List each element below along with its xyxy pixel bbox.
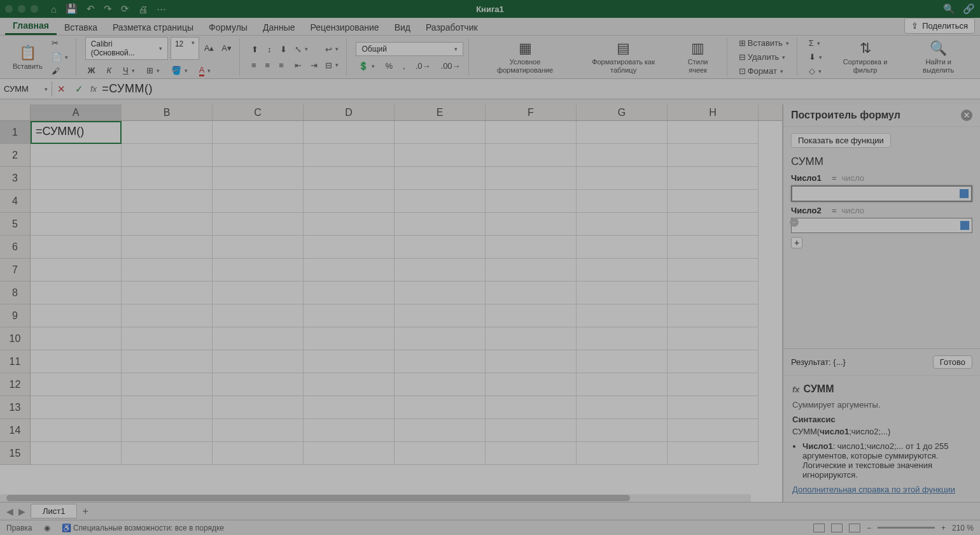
- column-header-b[interactable]: B: [122, 104, 213, 120]
- align-right-button[interactable]: ≡: [276, 59, 286, 71]
- cell[interactable]: [122, 190, 213, 213]
- normal-view-button[interactable]: [813, 524, 825, 532]
- cell[interactable]: [668, 282, 759, 304]
- cell[interactable]: [213, 304, 304, 327]
- cell[interactable]: [31, 419, 122, 442]
- cell[interactable]: [577, 419, 668, 442]
- cell[interactable]: [304, 396, 395, 419]
- cell[interactable]: [213, 167, 304, 190]
- cell[interactable]: [577, 259, 668, 282]
- decrease-indent-button[interactable]: ⇤: [292, 59, 304, 71]
- cell[interactable]: [486, 213, 577, 236]
- cell-styles-button[interactable]: ▥ Стили ячеек: [675, 38, 722, 76]
- currency-button[interactable]: 💲▾: [356, 60, 377, 72]
- cell[interactable]: [304, 167, 395, 190]
- cell[interactable]: [31, 144, 122, 167]
- cell[interactable]: [213, 396, 304, 419]
- cell[interactable]: [668, 259, 759, 282]
- share-link-icon[interactable]: 🔗: [963, 3, 975, 15]
- row-header[interactable]: 12: [0, 373, 31, 396]
- bold-button[interactable]: Ж: [85, 64, 98, 78]
- align-center-button[interactable]: ≡: [263, 59, 273, 71]
- cell[interactable]: [31, 236, 122, 259]
- find-select-button[interactable]: 🔍 Найти и выделить: [906, 38, 971, 76]
- cell[interactable]: [213, 121, 304, 144]
- decrease-decimal-button[interactable]: .00→: [438, 60, 463, 72]
- cell[interactable]: [213, 373, 304, 396]
- cell[interactable]: [304, 327, 395, 350]
- formula-input[interactable]: =СУММ(): [99, 82, 153, 96]
- arg2-input[interactable]: [791, 218, 972, 233]
- cell[interactable]: [31, 327, 122, 350]
- range-select-icon[interactable]: [960, 189, 969, 198]
- cell[interactable]: [304, 373, 395, 396]
- sort-filter-button[interactable]: ⇅ Сортировка и фильтр: [827, 38, 904, 76]
- cell[interactable]: [31, 304, 122, 327]
- cell[interactable]: [668, 419, 759, 442]
- cell[interactable]: [668, 350, 759, 373]
- cell[interactable]: [668, 167, 759, 190]
- cell[interactable]: [31, 282, 122, 304]
- cell[interactable]: [577, 327, 668, 350]
- cell[interactable]: [304, 419, 395, 442]
- cell[interactable]: [213, 350, 304, 373]
- cell[interactable]: [122, 236, 213, 259]
- cell[interactable]: [668, 190, 759, 213]
- cell[interactable]: [395, 121, 486, 144]
- minimize-window-button[interactable]: [18, 5, 25, 13]
- cell[interactable]: [668, 144, 759, 167]
- cell[interactable]: [213, 419, 304, 442]
- zoom-out-button[interactable]: −: [867, 524, 871, 532]
- percent-button[interactable]: %: [382, 60, 395, 72]
- cell[interactable]: [395, 419, 486, 442]
- cell[interactable]: [577, 442, 668, 465]
- panel-close-button[interactable]: ✕: [961, 110, 972, 121]
- cell[interactable]: [304, 144, 395, 167]
- cell[interactable]: [304, 121, 395, 144]
- column-header-c[interactable]: C: [213, 104, 304, 120]
- cell[interactable]: [31, 396, 122, 419]
- cell[interactable]: [31, 259, 122, 282]
- cell[interactable]: [577, 396, 668, 419]
- cell[interactable]: [395, 442, 486, 465]
- spreadsheet-grid[interactable]: A B C D E F G H 1=СУММ()2345678910111213…: [0, 104, 783, 502]
- cell[interactable]: [486, 190, 577, 213]
- cell[interactable]: [395, 396, 486, 419]
- cell[interactable]: [31, 350, 122, 373]
- decrease-font-button[interactable]: A▾: [219, 37, 234, 60]
- cell[interactable]: [486, 419, 577, 442]
- cell[interactable]: [304, 236, 395, 259]
- align-bottom-button[interactable]: ⬇: [277, 43, 290, 55]
- cell[interactable]: [122, 121, 213, 144]
- cell[interactable]: [577, 350, 668, 373]
- cell[interactable]: [304, 304, 395, 327]
- row-header[interactable]: 7: [0, 259, 31, 282]
- page-break-view-button[interactable]: [849, 524, 860, 532]
- italic-button[interactable]: К: [104, 64, 114, 78]
- tab-developer[interactable]: Разработчик: [418, 18, 486, 35]
- cell[interactable]: [668, 442, 759, 465]
- range-select-icon[interactable]: [960, 221, 969, 230]
- cell[interactable]: [486, 442, 577, 465]
- delete-cells-button[interactable]: ⊟ Удалить▾: [736, 51, 792, 63]
- cancel-formula-button[interactable]: ✕: [52, 83, 70, 95]
- insert-cells-button[interactable]: ⊞ Вставить▾: [736, 37, 792, 49]
- cell[interactable]: [304, 442, 395, 465]
- cell[interactable]: [213, 144, 304, 167]
- tab-data[interactable]: Данные: [255, 18, 303, 35]
- row-header[interactable]: 4: [0, 190, 31, 213]
- cell[interactable]: [213, 236, 304, 259]
- page-layout-view-button[interactable]: [831, 524, 843, 532]
- column-header-d[interactable]: D: [304, 104, 395, 120]
- cell[interactable]: [213, 282, 304, 304]
- fx-label[interactable]: fx: [90, 84, 97, 94]
- cell[interactable]: [486, 259, 577, 282]
- cell[interactable]: [395, 304, 486, 327]
- row-header[interactable]: 11: [0, 350, 31, 373]
- cell[interactable]: [577, 304, 668, 327]
- cell[interactable]: [486, 304, 577, 327]
- cell[interactable]: [395, 167, 486, 190]
- cell[interactable]: [122, 167, 213, 190]
- cell[interactable]: [486, 167, 577, 190]
- comma-button[interactable]: ,: [400, 60, 408, 72]
